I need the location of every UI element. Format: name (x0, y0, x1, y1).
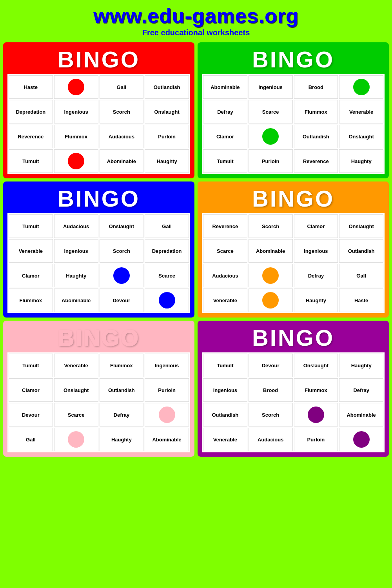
bingo-cell-1-1: Haste (9, 75, 53, 99)
bingo-cell-3-11 (100, 264, 144, 287)
bingo-cell-5-8: Purloin (145, 378, 189, 402)
circle-1-14 (68, 153, 84, 169)
bingo-cell-6-3: Onslaught (294, 354, 338, 377)
bingo-cell-4-10 (249, 264, 293, 287)
bingo-grid-4: ReverenceScorchClamorOnslaughtScarceAbom… (202, 213, 385, 313)
bingo-cell-4-13: Venerable (203, 289, 247, 312)
bingo-cell-4-4: Onslaught (339, 214, 383, 238)
bingo-cell-4-7: Ingenious (294, 239, 338, 263)
bingo-title-6: BINGO (202, 325, 385, 351)
bingo-cell-1-10: Flummox (54, 125, 98, 148)
bingo-cell-1-14 (54, 149, 98, 173)
bingo-card-4: BINGOReverenceScorchClamorOnslaughtScarc… (198, 181, 389, 318)
bingo-cell-4-2: Scorch (249, 214, 293, 238)
bingo-cell-6-9: Outlandish (203, 403, 247, 426)
bingo-cell-2-5: Defray (203, 100, 247, 123)
bingo-cell-4-14 (249, 289, 293, 312)
bingo-cell-3-1: Tumult (9, 214, 53, 238)
bingo-cell-3-2: Audacious (54, 214, 98, 238)
bingo-cell-2-6: Scarce (249, 100, 293, 123)
bingo-cell-2-9: Clamor (203, 125, 247, 148)
bingo-cell-2-12: Onslaught (339, 125, 383, 148)
bingo-cell-3-12: Scarce (145, 264, 189, 287)
subtitle: Free educational worksheets (0, 28, 392, 37)
bingo-cell-2-3: Brood (294, 75, 338, 99)
bingo-cell-2-15: Reverence (294, 149, 338, 173)
header: www.edu-games.org Free educational works… (0, 0, 392, 39)
bingo-cell-6-12: Abominable (339, 403, 383, 426)
bingo-cell-3-3: Onslaught (100, 214, 144, 238)
bingo-cell-4-8: Outlandish (339, 239, 383, 263)
bingo-cell-4-1: Reverence (203, 214, 247, 238)
bingo-cell-5-16: Abominable (145, 428, 189, 451)
bingo-cell-5-2: Venerable (54, 354, 98, 377)
bingo-cell-6-13: Venerable (203, 428, 247, 451)
bingo-cell-1-6: Ingenious (54, 100, 98, 123)
bingo-card-3: BINGOTumultAudaciousOnslaughtGallVenerab… (3, 181, 194, 318)
bingo-cell-1-12: Purloin (145, 125, 189, 148)
bingo-cell-5-15: Haughty (100, 428, 144, 451)
bingo-cell-4-15: Haughty (294, 289, 338, 312)
bingo-cell-4-6: Abominable (249, 239, 293, 263)
bingo-cell-4-11: Defray (294, 264, 338, 287)
bingo-cell-6-6: Brood (249, 378, 293, 402)
bingo-cell-5-6: Onslaught (54, 378, 98, 402)
bingo-cell-6-8: Defray (339, 378, 383, 402)
bingo-cell-1-8: Onslaught (145, 100, 189, 123)
bingo-cell-2-14: Purloin (249, 149, 293, 173)
bingo-cell-1-7: Scorch (100, 100, 144, 123)
circle-1-2 (68, 79, 84, 95)
bingo-cell-5-3: Flummox (100, 354, 144, 377)
bingo-cell-2-11: Outlandish (294, 125, 338, 148)
circle-6-16 (353, 431, 370, 448)
bingo-grid-1: HasteGallOutlandishDepredationIngeniousS… (7, 74, 190, 174)
bingo-cell-2-2: Ingenious (249, 75, 293, 99)
bingo-cell-4-12: Gall (339, 264, 383, 287)
bingo-cell-4-9: Audacious (203, 264, 247, 287)
bingo-cell-5-7: Outlandish (100, 378, 144, 402)
bingo-title-3: BINGO (7, 186, 190, 212)
bingo-cell-6-11 (294, 403, 338, 426)
boards-container: BINGOHasteGallOutlandishDepredationIngen… (0, 39, 392, 460)
circle-6-11 (308, 407, 324, 423)
bingo-cell-5-12 (145, 403, 189, 426)
circle-5-12 (159, 407, 175, 423)
bingo-cell-6-14: Audacious (249, 428, 293, 451)
bingo-cell-2-4 (339, 75, 383, 99)
bingo-title-4: BINGO (202, 186, 385, 212)
bingo-cell-6-1: Tumult (203, 354, 247, 377)
bingo-cell-2-7: Flummox (294, 100, 338, 123)
bingo-cell-1-15: Abominable (100, 149, 144, 173)
bingo-cell-3-9: Clamor (9, 264, 53, 287)
bingo-cell-3-6: Ingenious (54, 239, 98, 263)
bingo-title-5: BINGO (7, 325, 190, 351)
bingo-card-1: BINGOHasteGallOutlandishDepredationIngen… (3, 42, 194, 178)
bingo-cell-4-3: Clamor (294, 214, 338, 238)
circle-5-14 (68, 431, 84, 448)
bingo-cell-1-13: Tumult (9, 149, 53, 173)
bingo-cell-1-16: Haughty (145, 149, 189, 173)
circle-2-10 (262, 128, 279, 145)
bingo-cell-3-8: Depredation (145, 239, 189, 263)
bingo-cell-3-15: Devour (100, 289, 144, 312)
bingo-cell-5-1: Tumult (9, 354, 53, 377)
bingo-cell-4-5: Scarce (203, 239, 247, 263)
bingo-cell-1-2 (54, 75, 98, 99)
bingo-cell-6-15: Purloin (294, 428, 338, 451)
bingo-cell-6-2: Devour (249, 354, 293, 377)
site-url: www.edu-games.org (0, 4, 392, 27)
bingo-cell-3-13: Flummox (9, 289, 53, 312)
bingo-grid-2: AbominableIngeniousBroodDefrayScarceFlum… (202, 74, 385, 174)
circle-4-14 (262, 292, 279, 309)
bingo-cell-5-5: Clamor (9, 378, 53, 402)
bingo-cell-3-16 (145, 289, 189, 312)
circle-4-10 (262, 267, 279, 284)
bingo-card-6: BINGOTumultDevourOnslaughtHaughtyIngenio… (198, 321, 389, 457)
bingo-cell-3-4: Gall (145, 214, 189, 238)
bingo-cell-4-16: Haste (339, 289, 383, 312)
bingo-card-2: BINGOAbominableIngeniousBroodDefrayScarc… (198, 42, 389, 178)
bingo-cell-1-11: Audacious (100, 125, 144, 148)
bingo-grid-6: TumultDevourOnslaughtHaughtyIngeniousBro… (202, 352, 385, 452)
bingo-cell-3-10: Haughty (54, 264, 98, 287)
bingo-card-5: BINGOTumultVenerableFlummoxIngeniousClam… (3, 321, 194, 457)
